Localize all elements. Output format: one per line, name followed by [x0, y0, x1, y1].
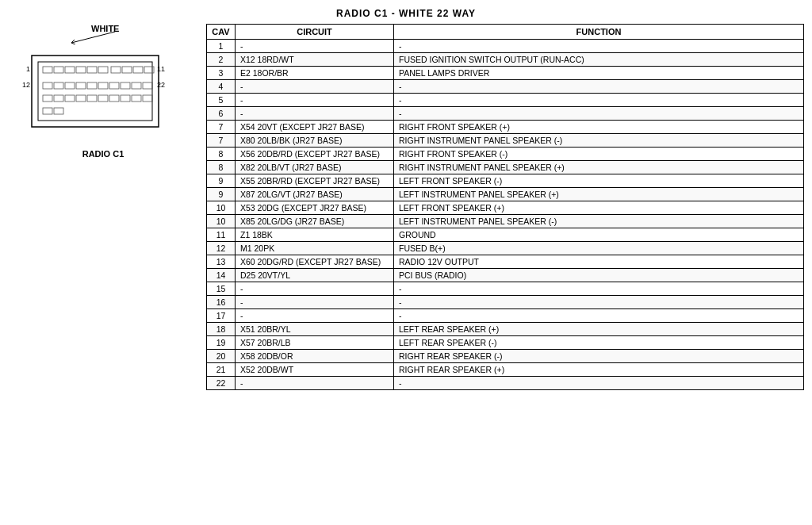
- cell-circuit: -: [236, 80, 394, 94]
- cell-circuit: Z1 18BK: [236, 228, 394, 242]
- svg-rect-34: [143, 95, 152, 102]
- page-title: RADIO C1 - WHITE 22 WAY: [8, 8, 804, 19]
- cell-cav: 16: [207, 296, 236, 309]
- cell-circuit: X12 18RD/WT: [236, 53, 394, 67]
- cell-cav: 2: [207, 53, 236, 67]
- table-row: 3E2 18OR/BRPANEL LAMPS DRIVER: [207, 67, 804, 80]
- table-row: 10X85 20LG/DG (JR27 BASE)LEFT INSTRUMENT…: [207, 215, 804, 228]
- cell-cav: 7: [207, 121, 236, 134]
- cell-cav: 8: [207, 161, 236, 174]
- svg-text:22: 22: [157, 81, 165, 89]
- svg-rect-21: [109, 82, 119, 89]
- svg-line-0: [71, 32, 115, 43]
- cell-cav: 17: [207, 309, 236, 323]
- cell-function: LEFT INSTRUMENT PANEL SPEAKER (-): [394, 215, 804, 228]
- svg-rect-36: [54, 108, 63, 114]
- cell-function: RIGHT INSTRUMENT PANEL SPEAKER (+): [394, 161, 804, 174]
- cell-function: RIGHT REAR SPEAKER (-): [394, 350, 804, 363]
- svg-rect-23: [132, 82, 141, 89]
- cell-circuit: -: [236, 94, 394, 107]
- svg-rect-6: [54, 67, 63, 73]
- cell-cav: 21: [207, 363, 236, 377]
- table-row: 6--: [207, 107, 804, 121]
- col-header-cav: CAV: [207, 25, 236, 40]
- svg-rect-19: [87, 82, 97, 89]
- cell-circuit: X56 20DB/RD (EXCEPT JR27 BASE): [236, 148, 394, 161]
- wiring-table: CAV CIRCUIT FUNCTION 1--2X12 18RD/WTFUSE…: [206, 24, 804, 390]
- cell-function: LEFT FRONT SPEAKER (+): [394, 201, 804, 215]
- cell-circuit: -: [236, 282, 394, 296]
- table-row: 11Z1 18BKGROUND: [207, 228, 804, 242]
- cell-circuit: -: [236, 107, 394, 121]
- table-area: CAV CIRCUIT FUNCTION 1--2X12 18RD/WTFUSE…: [206, 24, 804, 390]
- table-row: 8X56 20DB/RD (EXCEPT JR27 BASE)RIGHT FRO…: [207, 148, 804, 161]
- svg-rect-20: [98, 82, 108, 89]
- cell-circuit: X82 20LB/VT (JR27 BASE): [236, 161, 394, 174]
- cell-circuit: X51 20BR/YL: [236, 323, 394, 336]
- diagram-caption: RADIO C1: [8, 149, 198, 159]
- cell-cav: 8: [207, 148, 236, 161]
- svg-rect-10: [98, 67, 108, 73]
- svg-rect-12: [122, 67, 132, 73]
- table-row: 8X82 20LB/VT (JR27 BASE)RIGHT INSTRUMENT…: [207, 161, 804, 174]
- cell-cav: 6: [207, 107, 236, 121]
- cell-function: RIGHT INSTRUMENT PANEL SPEAKER (-): [394, 134, 804, 148]
- cell-circuit: X85 20LG/DG (JR27 BASE): [236, 215, 394, 228]
- table-row: 21X52 20DB/WTRIGHT REAR SPEAKER (+): [207, 363, 804, 377]
- cell-circuit: X52 20DB/WT: [236, 363, 394, 377]
- cell-function: PCI BUS (RADIO): [394, 269, 804, 282]
- cell-cav: 10: [207, 215, 236, 228]
- cell-function: FUSED B(+): [394, 242, 804, 255]
- svg-rect-5: [43, 67, 52, 73]
- cell-cav: 15: [207, 282, 236, 296]
- table-row: 17--: [207, 309, 804, 323]
- cell-function: -: [394, 309, 804, 323]
- cell-circuit: X53 20DG (EXCEPT JR27 BASE): [236, 201, 394, 215]
- svg-rect-3: [32, 56, 159, 127]
- cell-circuit: D25 20VT/YL: [236, 269, 394, 282]
- table-row: 5--: [207, 94, 804, 107]
- cell-function: RADIO 12V OUTPUT: [394, 255, 804, 269]
- svg-text:1: 1: [26, 65, 30, 73]
- cell-circuit: X60 20DG/RD (EXCEPT JR27 BASE): [236, 255, 394, 269]
- cell-function: RIGHT REAR SPEAKER (+): [394, 363, 804, 377]
- connector-svg: 1 12 11 22: [8, 48, 182, 143]
- cell-circuit: X80 20LB/BK (JR27 BASE): [236, 134, 394, 148]
- svg-line-2: [71, 43, 75, 44]
- table-row: 7X54 20VT (EXCEPT JR27 BASE)RIGHT FRONT …: [207, 121, 804, 134]
- cell-function: GROUND: [394, 228, 804, 242]
- cell-cav: 12: [207, 242, 236, 255]
- table-row: 14D25 20VT/YLPCI BUS (RADIO): [207, 269, 804, 282]
- svg-rect-15: [43, 82, 52, 89]
- table-row: 9X55 20BR/RD (EXCEPT JR27 BASE)LEFT FRON…: [207, 174, 804, 188]
- table-row: 13X60 20DG/RD (EXCEPT JR27 BASE)RADIO 12…: [207, 255, 804, 269]
- svg-rect-13: [133, 67, 143, 73]
- table-row: 20X58 20DB/ORRIGHT REAR SPEAKER (-): [207, 350, 804, 363]
- cell-circuit: -: [236, 309, 394, 323]
- svg-rect-16: [54, 82, 63, 89]
- table-row: 10X53 20DG (EXCEPT JR27 BASE)LEFT FRONT …: [207, 201, 804, 215]
- cell-cav: 11: [207, 228, 236, 242]
- svg-rect-31: [109, 95, 119, 102]
- table-row: 9X87 20LG/VT (JR27 BASE)LEFT INSTRUMENT …: [207, 188, 804, 201]
- svg-rect-25: [43, 95, 52, 102]
- cell-cav: 9: [207, 174, 236, 188]
- cell-circuit: -: [236, 40, 394, 53]
- svg-text:12: 12: [22, 81, 30, 89]
- cell-function: RIGHT FRONT SPEAKER (+): [394, 121, 804, 134]
- svg-rect-27: [65, 95, 75, 102]
- svg-rect-24: [143, 82, 152, 89]
- svg-rect-8: [76, 67, 86, 73]
- arrow-svg: [63, 29, 119, 44]
- cell-cav: 9: [207, 188, 236, 201]
- cell-cav: 10: [207, 201, 236, 215]
- svg-rect-28: [76, 95, 86, 102]
- svg-rect-7: [65, 67, 75, 73]
- cell-circuit: X57 20BR/LB: [236, 336, 394, 350]
- svg-rect-11: [111, 67, 121, 73]
- cell-function: PANEL LAMPS DRIVER: [394, 67, 804, 80]
- cell-cav: 18: [207, 323, 236, 336]
- cell-function: -: [394, 377, 804, 390]
- svg-rect-18: [76, 82, 86, 89]
- cell-cav: 3: [207, 67, 236, 80]
